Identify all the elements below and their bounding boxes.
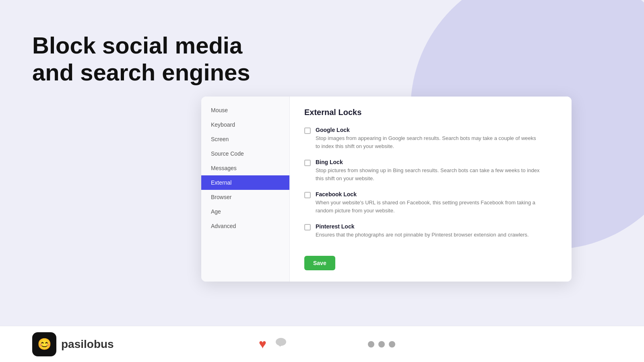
pagination-dots (368, 341, 395, 348)
logo-text: pasilobus (61, 338, 114, 351)
google-lock-checkbox[interactable] (304, 128, 311, 134)
google-lock-item: Google Lock Stop images from appearing i… (304, 127, 557, 150)
heart-icon[interactable]: ♥ (259, 337, 266, 352)
dot-2[interactable] (378, 341, 385, 348)
dot-3[interactable] (389, 341, 395, 348)
dot-1[interactable] (368, 341, 374, 348)
bing-lock-desc: Stop pictures from showing up in Bing se… (316, 167, 541, 182)
sidebar-item-external[interactable]: External (201, 175, 289, 190)
sidebar-item-screen[interactable]: Screen (201, 132, 289, 146)
sidebar-item-mouse[interactable]: Mouse (201, 103, 289, 117)
facebook-lock-desc: When your website's URL is shared on Fac… (316, 199, 541, 214)
sidebar-item-age[interactable]: Age (201, 204, 289, 219)
svg-marker-1 (279, 345, 282, 347)
bing-lock-name: Bing Lock (316, 159, 541, 165)
app-window: Mouse Keyboard Screen Source Code Messag… (201, 97, 572, 282)
sidebar-item-keyboard[interactable]: Keyboard (201, 117, 289, 132)
facebook-lock-checkbox[interactable] (304, 192, 311, 198)
sidebar: Mouse Keyboard Screen Source Code Messag… (201, 97, 290, 282)
google-lock-name: Google Lock (316, 127, 541, 133)
bing-lock-checkbox[interactable] (304, 160, 311, 166)
logo-emoji: 😊 (37, 337, 52, 351)
facebook-lock-name: Facebook Lock (316, 191, 541, 197)
hero-line-2: and search engines (32, 59, 250, 85)
sidebar-item-source-code[interactable]: Source Code (201, 146, 289, 161)
pinterest-lock-item: Pinterest Lock Ensures that the photogra… (304, 223, 557, 239)
pinterest-lock-checkbox[interactable] (304, 224, 311, 230)
bing-lock-text: Bing Lock Stop pictures from showing up … (316, 159, 541, 182)
bing-lock-item: Bing Lock Stop pictures from showing up … (304, 159, 557, 182)
logo-icon: 😊 (32, 332, 56, 356)
main-content: External Locks Google Lock Stop images f… (290, 97, 572, 282)
hero-line-1: Block social media (32, 32, 242, 58)
bottom-icons: ♥ (259, 336, 287, 352)
facebook-lock-text: Facebook Lock When your website's URL is… (316, 191, 541, 214)
google-lock-desc: Stop images from appearing in Google sea… (316, 134, 541, 150)
svg-point-0 (276, 338, 286, 346)
pinterest-lock-name: Pinterest Lock (316, 223, 529, 230)
logo-area: 😊 pasilobus (32, 332, 114, 356)
bottom-bar: 😊 pasilobus ♥ (0, 326, 644, 362)
hero-title: Block social media and search engines (32, 32, 250, 86)
facebook-lock-item: Facebook Lock When your website's URL is… (304, 191, 557, 214)
google-lock-text: Google Lock Stop images from appearing i… (316, 127, 541, 150)
pinterest-lock-text: Pinterest Lock Ensures that the photogra… (316, 223, 529, 239)
sidebar-item-messages[interactable]: Messages (201, 161, 289, 175)
sidebar-item-browser[interactable]: Browser (201, 190, 289, 204)
save-button[interactable]: Save (304, 256, 335, 270)
section-title: External Locks (304, 108, 557, 117)
chat-icon[interactable] (275, 336, 287, 352)
pinterest-lock-desc: Ensures that the photographs are not pin… (316, 231, 529, 239)
hero-section: Block social media and search engines (32, 32, 250, 86)
sidebar-item-advanced[interactable]: Advanced (201, 219, 289, 233)
